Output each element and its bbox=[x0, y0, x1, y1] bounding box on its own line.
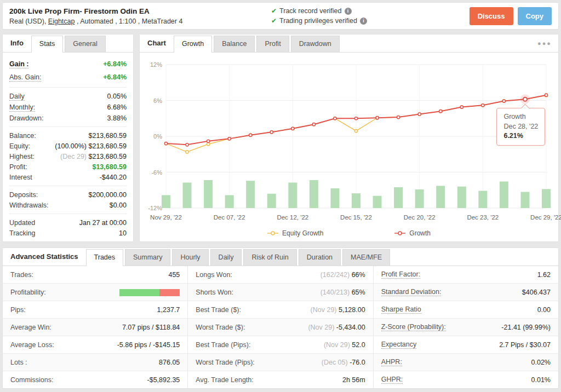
stats-tab-summary[interactable]: Summary bbox=[125, 249, 170, 266]
chart-tab-drawdown[interactable]: Drawdown bbox=[291, 36, 340, 52]
stat-row-equity: Equity:(100.00%) $213,680.59 bbox=[9, 141, 127, 151]
legend-item-equity-growth[interactable]: Equity Growth bbox=[267, 229, 323, 237]
volume-bar bbox=[542, 189, 551, 208]
table-row-value-main: -76.0 bbox=[350, 359, 365, 366]
growth-chart[interactable]: 12%6%0%-6%-12%Nov 29, '22Dec 07, '22Dec … bbox=[140, 53, 558, 227]
stats-label: Advanced Statistics bbox=[3, 248, 86, 266]
table-row-value-main: $406.437 bbox=[522, 289, 551, 296]
chart-tooltip: Growth Dec 28, '22 6.21% bbox=[496, 108, 545, 146]
stat-value: (100.00%) $213,680.59 bbox=[55, 142, 127, 150]
chart-label: Chart bbox=[140, 34, 174, 52]
table-row-value: 0.02% bbox=[531, 359, 551, 366]
info-icon[interactable]: i bbox=[345, 8, 352, 15]
chart-tab-growth[interactable]: Growth bbox=[174, 36, 212, 53]
stats-tab-hourly[interactable]: Hourly bbox=[172, 249, 208, 266]
stat-value-main: $213,680.59 bbox=[88, 132, 127, 140]
data-point-growth bbox=[291, 127, 294, 130]
info-panel-tabbar: InfoStatsGeneral bbox=[3, 34, 133, 53]
stats-tab-daily[interactable]: Daily bbox=[210, 249, 242, 266]
stat-value: -$440.20 bbox=[100, 174, 127, 181]
stat-value: 0.05% bbox=[107, 93, 127, 100]
table-row-value-main: 876.05 bbox=[159, 359, 180, 366]
table-row-label[interactable]: Sharpe Ratio bbox=[381, 305, 421, 314]
table-row-label: Best Trade ($): bbox=[196, 306, 241, 314]
table-row-value: 2h 56m bbox=[342, 376, 365, 384]
chart-tab-profit[interactable]: Profit bbox=[256, 36, 289, 52]
data-point-growth bbox=[482, 104, 484, 107]
stat-value: $213,680.59 bbox=[88, 132, 127, 140]
stat-value-main: $13,680.59 bbox=[92, 163, 127, 171]
table-row-value: (140/213) 65% bbox=[320, 289, 365, 296]
data-point-growth bbox=[270, 131, 273, 134]
stat-label[interactable]: Abs. Gain: bbox=[9, 73, 41, 82]
data-point-growth bbox=[502, 100, 505, 102]
table-row-value-main: 52.0 bbox=[352, 341, 365, 349]
table-row-sharpe-ratio: Sharpe Ratio0.00 bbox=[374, 301, 558, 319]
copy-button[interactable]: Copy bbox=[518, 7, 552, 25]
broker-link[interactable]: Eightcap bbox=[48, 18, 75, 25]
stat-value-main: Jan 27 at 00:00 bbox=[79, 219, 127, 227]
stat-value-prefix: (100.00%) bbox=[55, 142, 88, 150]
volume-bar bbox=[310, 180, 318, 208]
table-row-value-main: 0.01% bbox=[531, 376, 551, 384]
legend-marker-icon bbox=[267, 231, 278, 235]
stats-column-1: Trades:455Profitability:Pips:1,237.7Aver… bbox=[3, 266, 188, 388]
stat-label[interactable]: Monthly: bbox=[9, 103, 35, 112]
table-row-label[interactable]: AHPR: bbox=[381, 358, 402, 366]
stats-tab-duration[interactable]: Duration bbox=[299, 249, 341, 266]
stat-row-updated: UpdatedJan 27 at 00:00 bbox=[9, 217, 127, 228]
tooltip-series-label: Growth bbox=[503, 112, 538, 122]
table-row-value-main: 1,237.7 bbox=[157, 306, 180, 314]
x-tick-label: Nov 29, '22 bbox=[150, 214, 182, 221]
table-row-value-main: 0.02% bbox=[531, 359, 551, 366]
info-tab-general[interactable]: General bbox=[65, 36, 105, 52]
table-row-value: 2.7 Pips / $30.07 bbox=[499, 341, 551, 349]
stat-row-daily: Daily0.05% bbox=[9, 91, 127, 102]
account-subtitle-suffix: , Automated , 1:100 , MetaTrader 4 bbox=[75, 18, 183, 25]
table-row-worst-trade-pips: Worst Trade (Pips):(Dec 05) -76.0 bbox=[188, 354, 373, 371]
stats-column-3: Profit Factor:1.62Standard Deviation:$40… bbox=[374, 266, 558, 388]
volume-bar bbox=[478, 191, 487, 208]
data-point-equity-growth bbox=[207, 143, 210, 146]
table-row-average-win: Average Win:7.07 pips / $118.84 bbox=[3, 319, 187, 336]
table-row-lots: Lots :876.05 bbox=[3, 354, 187, 371]
stat-label[interactable]: Gain : bbox=[9, 60, 28, 68]
chart-canvas[interactable]: 12%6%0%-6%-12%Nov 29, '22Dec 07, '22Dec … bbox=[144, 56, 552, 224]
stat-value-main: $200,000.00 bbox=[88, 191, 127, 199]
volume-bar bbox=[162, 195, 170, 208]
table-row-value-prefix: (Nov 29) bbox=[311, 306, 339, 314]
info-label: Info bbox=[3, 34, 31, 52]
verification-badges: ✔ Track record verified i ✔ Trading priv… bbox=[271, 6, 470, 26]
volume-bar bbox=[500, 182, 508, 208]
info-icon[interactable]: i bbox=[360, 18, 367, 25]
table-row-ahpr: AHPR:0.02% bbox=[374, 354, 558, 371]
data-point-growth bbox=[397, 116, 400, 118]
info-tab-stats[interactable]: Stats bbox=[31, 36, 64, 53]
table-row-value-prefix: (Nov 29) bbox=[324, 341, 352, 349]
stats-tab-mae-mfe[interactable]: MAE/MFE bbox=[342, 249, 390, 266]
data-point-equity-growth bbox=[186, 151, 188, 153]
table-row-label[interactable]: Profit Factor: bbox=[381, 270, 421, 279]
stat-value-prefix: (Dec 29) bbox=[60, 153, 88, 160]
stat-value: $0.00 bbox=[110, 201, 127, 209]
ellipsis-menu-icon[interactable]: ●●● bbox=[531, 38, 558, 52]
table-row-avg-trade-length: Avg. Trade Length:2h 56m bbox=[188, 371, 373, 388]
stat-value: 10 bbox=[119, 229, 127, 237]
table-row-value-prefix: (Nov 29) bbox=[308, 324, 336, 331]
volume-bar bbox=[436, 186, 445, 208]
table-row-label[interactable]: Z-Score (Probability): bbox=[381, 323, 446, 331]
stat-row-abs-gain: Abs. Gain:+6.84% bbox=[9, 71, 127, 84]
table-row-label: Trades: bbox=[10, 271, 33, 279]
table-row-label[interactable]: GHPR: bbox=[381, 376, 403, 384]
data-point-growth bbox=[545, 94, 547, 96]
stat-label[interactable]: Daily bbox=[9, 93, 25, 101]
chart-tab-balance[interactable]: Balance bbox=[214, 36, 255, 52]
table-row-label[interactable]: Expectancy bbox=[381, 341, 417, 349]
legend-item-growth[interactable]: Growth bbox=[394, 229, 431, 237]
stats-tab-risk-of-ruin[interactable]: Risk of Ruin bbox=[243, 249, 296, 266]
table-row-label[interactable]: Standard Deviation: bbox=[381, 288, 442, 296]
table-row-value-main: -$5,892.35 bbox=[147, 376, 180, 384]
stats-tab-trades[interactable]: Trades bbox=[86, 249, 123, 266]
table-row-value-prefix: (140/213) bbox=[320, 289, 352, 296]
discuss-button[interactable]: Discuss bbox=[470, 7, 513, 25]
